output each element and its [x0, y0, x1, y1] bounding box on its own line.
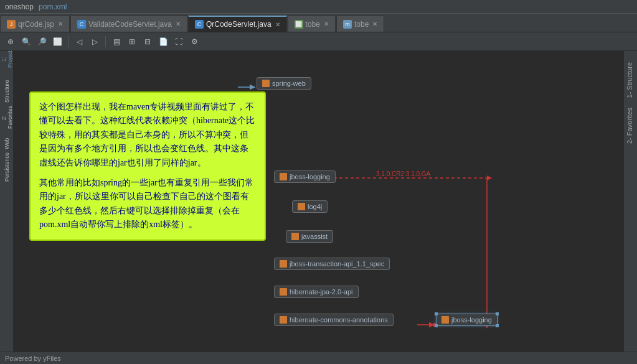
toolbar: ⊕ 🔍 🔎 ⬜ ◁ ▷ ▤ ⊞ ⊟ 📄 ⛶ ⚙ [0, 32, 637, 51]
toolbar-add-btn[interactable]: ⊕ [4, 35, 17, 49]
tab-validatecode[interactable]: C ValidateCodeServlet.java ✕ [70, 16, 187, 32]
node-jboss-tx[interactable]: jboss-transaction-api_1.1_spec [274, 258, 390, 270]
tab-close-tobe2[interactable]: ✕ [372, 21, 377, 27]
node-hibernate-jpa-label: hibernate-jpa-2.0-api [290, 288, 353, 296]
node-jboss-logging-left-icon [280, 173, 287, 180]
toolbar-list-btn[interactable]: ▤ [110, 35, 123, 49]
node-hibernate-commons-icon [280, 316, 287, 324]
annotation-paragraph2: 其他常用的比如spring的一些jar也有重复引用一些我们常用的jar，所以这里… [39, 176, 256, 232]
annotation-box: 这个图怎样出现，我在maven专讲视频里面有讲过了，不懂可以去看下。这种红线代表… [29, 91, 266, 241]
toolbar-zoom-out-btn[interactable]: 🔎 [35, 35, 49, 49]
tab-icon-qrcodeservlet: C [195, 20, 204, 29]
sidebar-label-2[interactable]: 2- Favorites [624, 103, 637, 149]
node-javassist[interactable]: javassist [286, 230, 333, 243]
tab-close-qrcode[interactable]: ✕ [58, 21, 63, 27]
node-hibernate-commons[interactable]: hibernate-commons-annotations [274, 314, 394, 326]
node-spring-web-icon [262, 80, 270, 87]
select-handle-br [496, 324, 499, 327]
select-handle-bl [435, 324, 438, 327]
toolbar-fit-btn[interactable]: ⬜ [50, 35, 64, 49]
left-sidebar: 1: Project Structure 2: Favorites Web Pe… [0, 51, 14, 364]
node-jboss-logging-left-label: jboss-logging [290, 173, 330, 180]
node-javassist-icon [291, 233, 299, 240]
node-jboss-logging-right-icon [441, 316, 449, 324]
tab-close-qrcodeservlet[interactable]: ✕ [275, 21, 280, 28]
node-hibernate-jpa-icon [280, 288, 287, 296]
right-sidebar: 1- Structure 2- Favorites [623, 51, 637, 364]
sidebar-label-1[interactable]: 1- Structure [624, 57, 637, 103]
tab-tobe2[interactable]: m tobe ✕ [336, 16, 384, 32]
node-log4j-label: log4j [308, 203, 322, 210]
canvas-area: spring-web jboss-logging log4j javassist… [14, 51, 623, 364]
main-layout: 1: Project Structure 2: Favorites Web Pe… [0, 51, 637, 364]
toolbar-expand-btn[interactable]: ⊞ [125, 35, 139, 49]
app-name: oneshop [5, 2, 34, 11]
node-hibernate-commons-label: hibernate-commons-annotations [290, 316, 388, 324]
title-bar: oneshop pom.xml [0, 0, 637, 14]
tab-icon-qrcode: J [7, 20, 16, 29]
tab-label-validatecode: ValidateCodeServlet.java [88, 20, 172, 29]
version-label: 3.1.0.CR2:3.1.0.GA [375, 170, 432, 177]
toolbar-sep2 [105, 36, 106, 47]
breadcrumb: pom.xml [39, 2, 67, 11]
tab-close-tobe1[interactable]: ✕ [324, 21, 329, 27]
tab-icon-validatecode: C [77, 20, 86, 29]
svg-marker-2 [487, 175, 492, 180]
tab-label-tobe2: tobe [354, 20, 369, 29]
node-spring-web[interactable]: spring-web [257, 77, 311, 90]
node-jboss-logging-left[interactable]: jboss-logging [274, 170, 336, 183]
node-javassist-label: javassist [301, 233, 328, 240]
tab-qrcodeservlet[interactable]: C QrCodeServlet.java ✕ [188, 16, 287, 32]
toolbar-zoom-in-btn[interactable]: 🔍 [19, 35, 33, 49]
tab-label-tobe1: tobe [306, 20, 320, 29]
node-log4j-icon [298, 203, 305, 210]
sidebar-structure-btn[interactable]: Structure [1, 86, 12, 97]
tab-icon-tobe2: m [343, 20, 352, 29]
node-jboss-tx-icon [280, 260, 287, 268]
tab-tobe1[interactable]: ⬜ tobe ✕ [288, 16, 336, 32]
toolbar-settings-btn[interactable]: ⚙ [187, 35, 201, 49]
tab-label-qrcodeservlet: QrCodeServlet.java [206, 20, 271, 29]
bottom-bar-text: Powered by yFiles [5, 355, 61, 362]
tab-label-qrcode: qrCode.jsp [18, 20, 54, 29]
sidebar-favorites-btn[interactable]: 2: Favorites [1, 112, 12, 123]
toolbar-collapse-btn[interactable]: ⊟ [141, 35, 154, 49]
sidebar-web-btn[interactable]: Web [1, 138, 12, 149]
tab-qrcode[interactable]: J qrCode.jsp ✕ [0, 16, 70, 32]
node-hibernate-jpa[interactable]: hibernate-jpa-2.0-api [274, 286, 359, 298]
select-handle-tr [496, 312, 499, 315]
sidebar-persistence-btn[interactable]: Persistence [1, 161, 12, 172]
toolbar-layout-btn[interactable]: ⛶ [172, 35, 186, 49]
toolbar-file-btn[interactable]: 📄 [156, 35, 170, 49]
tab-close-validatecode[interactable]: ✕ [176, 21, 181, 27]
node-spring-web-label: spring-web [272, 80, 306, 87]
node-jboss-logging-right-label: jboss-logging [451, 316, 492, 324]
bottom-bar: Powered by yFiles [0, 352, 637, 364]
node-jboss-tx-label: jboss-transaction-api_1.1_spec [290, 260, 384, 268]
toolbar-back-btn[interactable]: ◁ [72, 35, 86, 49]
sidebar-project-btn[interactable]: 1: Project [1, 54, 12, 65]
toolbar-sep1 [68, 36, 68, 47]
tab-icon-tobe1: ⬜ [295, 20, 303, 29]
toolbar-forward-btn[interactable]: ▷ [88, 35, 101, 49]
tab-bar: J qrCode.jsp ✕ C ValidateCodeServlet.jav… [0, 14, 637, 32]
node-jboss-logging-right[interactable]: jboss-logging [436, 314, 498, 326]
select-handle-tl [435, 312, 438, 315]
node-log4j[interactable]: log4j [292, 200, 328, 213]
annotation-paragraph1: 这个图怎样出现，我在maven专讲视频里面有讲过了，不懂可以去看下。这种红线代表… [39, 100, 256, 170]
